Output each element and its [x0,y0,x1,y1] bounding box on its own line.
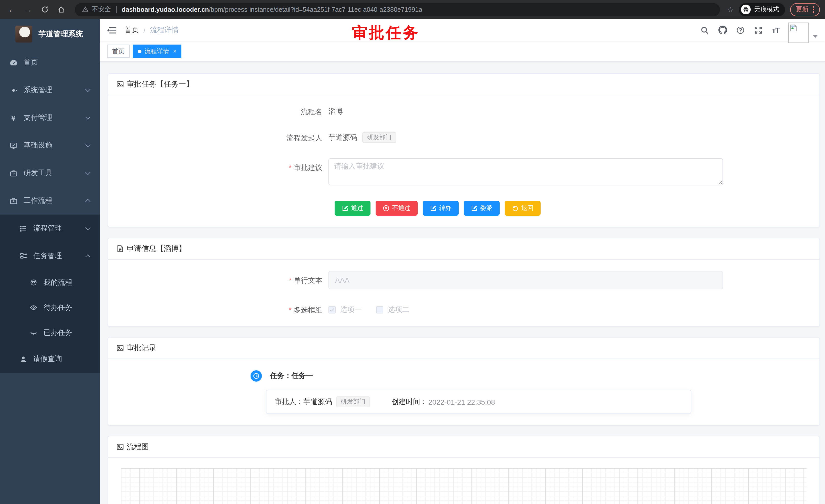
clock-icon [250,370,262,382]
font-size-icon[interactable]: тT [772,26,779,34]
update-label: 更新 [796,5,809,14]
close-icon[interactable]: × [173,49,176,54]
tab-process-detail[interactable]: 流程详情 × [133,45,182,58]
sidebar-item-done-tasks[interactable]: 已办任务 [0,320,100,345]
sidebar-item-label: 任务管理 [33,251,62,261]
page-title: 审批任务 [352,22,420,44]
browser-menu-icon[interactable] [813,6,814,13]
edit-icon [342,205,349,212]
eye-closed-icon [29,329,38,337]
sidebar-item-system[interactable]: 系统管理 [0,76,100,104]
card-title: 流程图 [127,442,149,452]
sidebar-item-label: 系统管理 [23,86,52,95]
chevron-down-icon [85,114,90,119]
process-name-value: 滔博 [328,107,343,116]
sidebar-menu: 首页 系统管理 ¥ 支付管理 基础设施 [0,49,100,504]
created-label: 创建时间： [391,397,427,406]
checkbox-label: 选项一 [340,305,362,315]
card-body [108,458,819,504]
github-icon[interactable] [718,25,727,34]
return-button[interactable]: 退回 [505,201,541,216]
field-label: 流程发起人 [121,133,328,143]
suggestion-textarea[interactable] [328,158,723,185]
approval-record-item: 审批人：芋道源码 研发部门 创建时间：2022-01-21 22:35:08 [266,390,691,414]
security-indicator[interactable]: 不安全 [82,5,111,14]
field-label-required: 审批建议 [121,158,328,173]
gear-icon [9,86,17,94]
tree-icon [19,252,27,260]
browser-reload-icon[interactable] [38,3,51,16]
dept-tag: 研发部门 [336,397,370,407]
briefcase-icon [9,197,17,205]
reject-button[interactable]: 不通过 [376,201,418,216]
sidebar-item-process-mgmt[interactable]: 流程管理 [0,215,100,242]
caret-down-icon [813,34,818,37]
sidebar-item-payment[interactable]: ¥ 支付管理 [0,104,100,132]
approval-timeline: 任务：任务一 审批人：芋道源码 研发部门 创建时间：2022-01-21 22:… [121,370,807,414]
app-logo-row[interactable]: 芋道管理系统 [0,19,100,49]
user-menu[interactable] [788,22,818,43]
circle-close-icon [383,205,389,212]
incognito-badge: 无痕模式 [739,3,785,16]
avatar[interactable] [788,22,809,43]
browser-forward-icon[interactable]: → [21,3,35,16]
card-title: 审批记录 [127,343,156,353]
field-label-required: 多选框组 [121,305,328,315]
address-bar[interactable]: 不安全 dashboard.yudao.iocoder.cn/bpm/proce… [75,3,720,16]
transfer-button[interactable]: 转办 [423,201,459,216]
sidebar-item-label: 已办任务 [44,328,72,337]
bpmn-canvas[interactable] [121,468,807,504]
browser-back-icon[interactable]: ← [5,3,18,16]
tab-home[interactable]: 首页 [107,45,130,58]
sidebar-item-label: 支付管理 [23,113,52,122]
form-row-suggestion: 审批建议 [121,158,807,185]
user-icon [19,355,27,363]
approver-name: 芋道源码 [303,397,332,406]
sidebar-toggle-icon[interactable] [107,26,116,34]
flow-diagram-card: 流程图 [107,436,820,504]
checkbox-option-1: 选项一 [328,305,362,315]
breadcrumb-separator: / [144,26,146,34]
sidebar-item-devtools[interactable]: 研发工具 [0,159,100,187]
search-icon[interactable] [700,25,709,34]
sidebar-item-workflow[interactable]: 工作流程 [0,187,100,215]
delegate-button[interactable]: 委派 [464,201,500,216]
sidebar-item-label: 研发工具 [23,169,52,178]
approve-button[interactable]: 通过 [334,201,371,216]
checkbox-label: 选项二 [388,305,409,315]
sidebar-item-my-process[interactable]: 我的流程 [0,270,100,295]
sidebar-item-label: 基础设施 [23,141,52,150]
breadcrumb-home[interactable]: 首页 [125,25,139,34]
field-label: 流程名 [121,106,328,117]
card-title: 审批任务【任务一】 [127,79,194,89]
created-time: 2022-01-21 22:35:08 [428,398,495,406]
bookmark-star-icon[interactable]: ☆ [727,5,734,14]
card-body: 任务：任务一 审批人：芋道源码 研发部门 创建时间：2022-01-21 22:… [108,359,819,425]
sidebar-item-task-mgmt[interactable]: 任务管理 [0,242,100,270]
tab-label: 流程详情 [145,47,169,56]
chevron-up-icon [85,254,90,259]
approval-records-card: 审批记录 任务：任务一 审批人：芋道源码 研发部门 [107,337,820,426]
checkbox-group: 选项一 选项二 [328,305,409,315]
chevron-down-icon [85,142,90,147]
sidebar-item-home[interactable]: 首页 [0,49,100,76]
browser-update-menu[interactable]: 更新 [790,3,820,16]
sidebar-item-leave-query[interactable]: 请假查询 [0,345,100,373]
browser-home-icon[interactable] [54,3,68,16]
browser-toolbar: ← → 不安全 dashboard.yudao.iocoder.cn/bpm/p… [0,0,825,19]
main-area: 审批任务 首页 / 流程详情 тT [100,19,825,504]
chevron-down-icon [85,170,90,175]
toolbox-icon [9,169,17,177]
sidebar-item-infra[interactable]: 基础设施 [0,132,100,159]
active-dot-icon [138,50,141,53]
document-icon [116,245,124,253]
app-logo [15,25,32,42]
picture-icon [116,80,124,88]
help-icon[interactable] [736,25,745,34]
fullscreen-icon[interactable] [754,25,763,34]
picture-icon [116,443,124,451]
dashboard-icon [9,58,17,67]
sidebar: 芋道管理系统 首页 系统管理 ¥ 支付管理 [0,19,100,504]
sidebar-item-todo-tasks[interactable]: 待办任务 [0,295,100,320]
workflow-submenu: 流程管理 任务管理 我的流程 待办任务 [0,215,100,373]
